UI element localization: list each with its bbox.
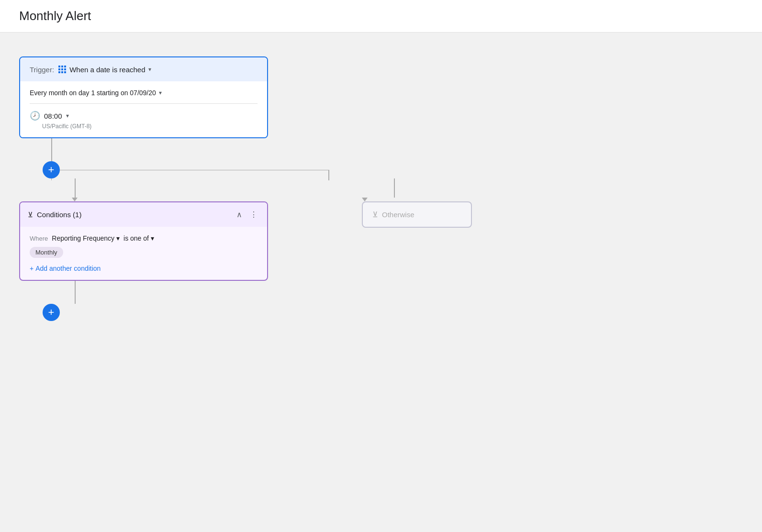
time-row: 🕗 08:00 ▾ — [30, 111, 258, 121]
op-chevron-icon: ▾ — [151, 234, 154, 242]
add-condition-button[interactable]: + Add another condition — [30, 265, 101, 272]
conditions-header: ⊻ Conditions (1) ∧ ⋮ — [20, 202, 267, 227]
condition-field-text: Reporting Frequency — [52, 234, 114, 242]
svg-rect-1 — [61, 66, 63, 67]
trigger-when-label: When a date is reached — [69, 66, 145, 74]
trigger-chevron-icon[interactable]: ▾ — [148, 66, 151, 73]
conditions-card: ⊻ Conditions (1) ∧ ⋮ Where — [19, 201, 268, 281]
where-label: Where — [30, 235, 48, 242]
connector-line-otherwise — [394, 178, 395, 198]
arrow-down-conditions — [72, 198, 78, 201]
add-step-button[interactable]: + — [43, 161, 60, 178]
conditions-body: Where Reporting Frequency ▾ is one of ▾ … — [20, 227, 267, 280]
time-chevron-icon[interactable]: ▾ — [66, 112, 69, 119]
svg-rect-6 — [58, 71, 60, 73]
svg-rect-7 — [61, 71, 63, 73]
otherwise-label: Otherwise — [382, 211, 415, 219]
clock-icon: 🕗 — [30, 111, 40, 121]
svg-rect-4 — [61, 68, 63, 70]
connector-line-3 — [75, 281, 76, 304]
branch-row: ⊻ Conditions (1) ∧ ⋮ Where — [19, 178, 743, 321]
svg-rect-0 — [58, 66, 60, 67]
svg-rect-3 — [58, 68, 60, 70]
conditions-title-text: Conditions (1) — [37, 211, 81, 219]
connector-line-1 — [51, 138, 52, 161]
calendar-grid-icon — [58, 65, 67, 74]
svg-rect-5 — [64, 68, 66, 70]
page-header: Monthly Alert — [0, 0, 762, 33]
filter-icon: ⊻ — [28, 211, 33, 219]
more-options-button[interactable]: ⋮ — [248, 209, 259, 220]
trigger-body: Every month on day 1 starting on 07/09/2… — [20, 81, 267, 137]
schedule-chevron-icon[interactable]: ▾ — [159, 89, 162, 96]
add-after-conditions-button[interactable]: + — [43, 304, 60, 321]
otherwise-filter-icon: ⊻ — [372, 210, 378, 219]
trigger-card: Trigger: When a dat — [19, 56, 268, 138]
collapse-button[interactable]: ∧ — [235, 209, 244, 220]
condition-tag-container: Monthly — [30, 242, 258, 258]
branch-container: + — [19, 161, 743, 178]
canvas: Trigger: When a dat — [0, 33, 762, 345]
condition-op-text: is one of — [123, 234, 149, 242]
add-condition-plus-icon: + — [30, 265, 34, 272]
plus-icon-bottom: + — [48, 307, 55, 318]
otherwise-card[interactable]: ⊻ Otherwise — [362, 201, 472, 228]
timezone-label: US/Pacific (GMT-8) — [42, 123, 258, 130]
connector-line-2 — [75, 178, 76, 198]
schedule-row: Every month on day 1 starting on 07/09/2… — [30, 89, 258, 104]
trigger-value: When a date is reached ▾ — [58, 65, 151, 74]
arrow-down-otherwise — [362, 198, 368, 201]
add-condition-label: Add another condition — [35, 265, 101, 272]
field-chevron-icon: ▾ — [116, 234, 120, 242]
time-value: 08:00 — [44, 112, 62, 120]
trigger-header: Trigger: When a dat — [20, 57, 267, 81]
svg-rect-8 — [64, 71, 66, 73]
condition-operator-dropdown[interactable]: is one of ▾ — [123, 234, 154, 242]
otherwise-column: ⊻ Otherwise — [362, 178, 472, 228]
schedule-value: Every month on day 1 starting on 07/09/2… — [30, 89, 156, 97]
more-icon: ⋮ — [250, 211, 258, 219]
condition-field-dropdown[interactable]: Reporting Frequency ▾ — [52, 234, 120, 242]
monthly-tag[interactable]: Monthly — [30, 247, 63, 258]
svg-rect-2 — [64, 66, 66, 67]
conditions-title: ⊻ Conditions (1) — [28, 211, 81, 219]
conditions-column: ⊻ Conditions (1) ∧ ⋮ Where — [19, 178, 268, 321]
plus-icon: + — [48, 165, 55, 175]
collapse-icon: ∧ — [236, 211, 242, 219]
trigger-label: Trigger: — [30, 66, 54, 74]
condition-row: Where Reporting Frequency ▾ is one of ▾ — [30, 234, 258, 242]
conditions-actions: ∧ ⋮ — [235, 209, 259, 220]
page-title: Monthly Alert — [19, 9, 743, 23]
